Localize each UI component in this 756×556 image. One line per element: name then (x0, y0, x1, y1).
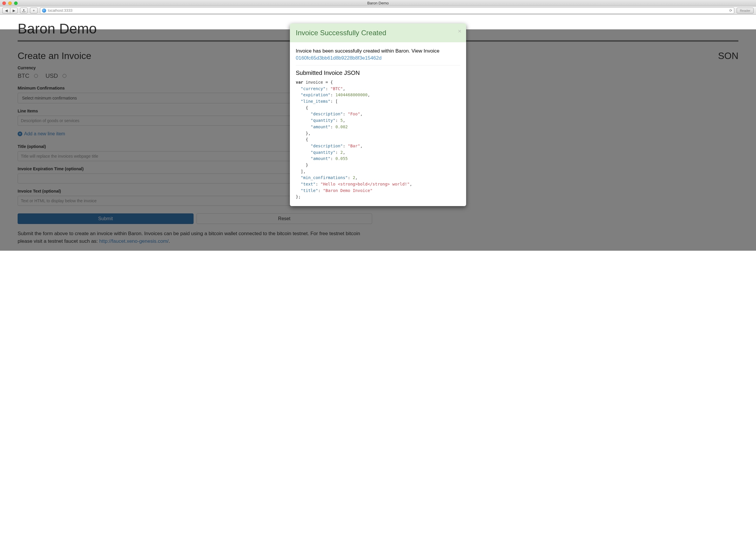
close-window-button[interactable] (2, 1, 6, 5)
minimize-window-button[interactable] (8, 1, 12, 5)
browser-toolbar: ◀ ▶ + localhost:3333 ⟳ Reader (0, 6, 756, 15)
back-button[interactable]: ◀ (2, 8, 10, 13)
forward-button[interactable]: ▶ (10, 8, 18, 13)
window-title: Baron Demo (367, 1, 389, 5)
json-code-block: var invoice = { "currency": "BTC", "expi… (296, 79, 460, 200)
reload-icon[interactable]: ⟳ (729, 8, 732, 13)
modal-divider (296, 65, 460, 66)
reader-button[interactable]: Reader (736, 8, 754, 13)
modal-title: Invoice Successfully Created (296, 29, 460, 37)
share-icon (22, 9, 26, 12)
address-bar[interactable]: localhost:3333 ⟳ (40, 7, 734, 14)
modal-header: Invoice Successfully Created × (290, 24, 466, 42)
modal-subtitle: Submitted Invoice JSON (296, 70, 460, 76)
invoice-id-link[interactable]: 0160fc65d3bb61d8b9228b8f3e15462d (296, 55, 382, 61)
url-text: localhost:3333 (48, 8, 727, 13)
add-button[interactable]: + (30, 8, 38, 13)
zoom-window-button[interactable] (14, 1, 18, 5)
window-titlebar: Baron Demo (0, 0, 756, 6)
share-button[interactable] (20, 8, 28, 13)
modal-close-button[interactable]: × (458, 28, 461, 35)
success-modal: Invoice Successfully Created × Invoice h… (290, 24, 466, 206)
modal-message: Invoice has been successfully created wi… (296, 48, 460, 54)
globe-icon (42, 8, 46, 13)
